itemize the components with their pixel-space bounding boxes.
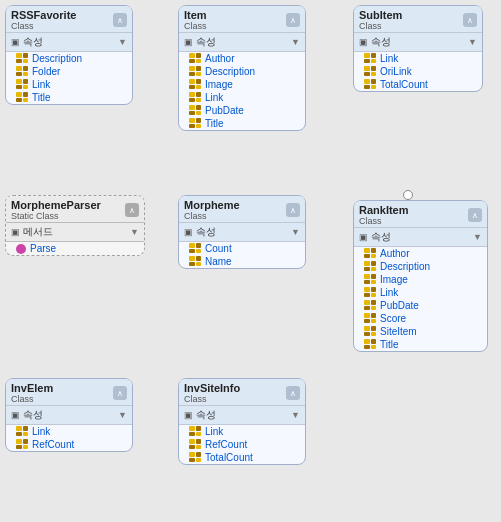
- section-header-invsiteinfo: ▣ 속성 ▼: [179, 406, 305, 425]
- class-header-invelem: InvElem Class ∧: [6, 379, 132, 406]
- section-label-item: 속성: [196, 35, 216, 49]
- prop-rankitem-siteitem: SiteItem: [354, 325, 487, 338]
- class-type-subitem: Class: [359, 21, 402, 31]
- prop-rankitem-title: Title: [354, 338, 487, 351]
- class-title-item: Item: [184, 9, 207, 21]
- section-label-subitem: 속성: [371, 35, 391, 49]
- prop-rssfavorite-folder: Folder: [6, 65, 132, 78]
- class-title-morpheme: Morpheme: [184, 199, 240, 211]
- class-type-rankitem: Class: [359, 216, 409, 226]
- class-title-rankitem: RankItem: [359, 204, 409, 216]
- class-rssfavorite: RSSFavorite Class ∧ ▣ 속성 ▼ Description F…: [5, 5, 133, 105]
- collapse-btn-rankitem[interactable]: ∧: [468, 208, 482, 222]
- diagram-canvas: RSSFavorite Class ∧ ▣ 속성 ▼ Description F…: [0, 0, 501, 522]
- filter-icon-morphemeparser[interactable]: ▼: [130, 227, 139, 237]
- filter-icon-rankitem[interactable]: ▼: [473, 232, 482, 242]
- prop-subitem-link: Link: [354, 52, 482, 65]
- class-rankitem: RankItem Class ∧ ▣ 속성 ▼ Author Descripti…: [353, 200, 488, 352]
- class-item: Item Class ∧ ▣ 속성 ▼ Author Description I…: [178, 5, 306, 131]
- class-type-invelem: Class: [11, 394, 53, 404]
- collapse-btn-morpheme[interactable]: ∧: [286, 203, 300, 217]
- class-header-item: Item Class ∧: [179, 6, 305, 33]
- filter-icon-subitem[interactable]: ▼: [468, 37, 477, 47]
- class-header-morpheme: Morpheme Class ∧: [179, 196, 305, 223]
- prop-subitem-orilink: OriLink: [354, 65, 482, 78]
- section-header-rssfavorite: ▣ 속성 ▼: [6, 33, 132, 52]
- class-header-rankitem: RankItem Class ∧: [354, 201, 487, 228]
- class-title-morphemeparser: MorphemeParser: [11, 199, 101, 211]
- prop-invsiteinfo-link: Link: [179, 425, 305, 438]
- section-header-invelem: ▣ 속성 ▼: [6, 406, 132, 425]
- connector-circle: [403, 190, 413, 200]
- class-header-subitem: SubItem Class ∧: [354, 6, 482, 33]
- class-title-rssfavorite: RSSFavorite: [11, 9, 76, 21]
- prop-rssfavorite-link: Link: [6, 78, 132, 91]
- method-icon-parse: [16, 244, 26, 254]
- section-header-rankitem: ▣ 속성 ▼: [354, 228, 487, 247]
- class-invsiteinfo: InvSiteInfo Class ∧ ▣ 속성 ▼ Link RefCount…: [178, 378, 306, 465]
- prop-item-title: Title: [179, 117, 305, 130]
- collapse-btn-morphemeparser[interactable]: ∧: [125, 203, 139, 217]
- class-header-rssfavorite: RSSFavorite Class ∧: [6, 6, 132, 33]
- prop-rankitem-author: Author: [354, 247, 487, 260]
- prop-rssfavorite-description: Description: [6, 52, 132, 65]
- class-header-morphemeparser: MorphemeParser Static Class ∧: [6, 196, 144, 223]
- section-header-item: ▣ 속성 ▼: [179, 33, 305, 52]
- section-collapse-rssfavorite: ▣: [11, 37, 20, 47]
- prop-item-author: Author: [179, 52, 305, 65]
- filter-icon-item[interactable]: ▼: [291, 37, 300, 47]
- prop-item-pubdate: PubDate: [179, 104, 305, 117]
- class-title-invsiteinfo: InvSiteInfo: [184, 382, 240, 394]
- section-label-morphemeparser: 메서드: [23, 225, 53, 239]
- class-header-invsiteinfo: InvSiteInfo Class ∧: [179, 379, 305, 406]
- section-header-morpheme: ▣ 속성 ▼: [179, 223, 305, 242]
- prop-rssfavorite-title: Title: [6, 91, 132, 104]
- filter-icon-invsiteinfo[interactable]: ▼: [291, 410, 300, 420]
- collapse-btn-item[interactable]: ∧: [286, 13, 300, 27]
- class-morphemeparser: MorphemeParser Static Class ∧ ▣ 메서드 ▼ Pa…: [5, 195, 145, 256]
- collapse-btn-rssfavorite[interactable]: ∧: [113, 13, 127, 27]
- class-title-invelem: InvElem: [11, 382, 53, 394]
- class-type-rssfavorite: Class: [11, 21, 76, 31]
- class-type-invsiteinfo: Class: [184, 394, 240, 404]
- prop-rankitem-image: Image: [354, 273, 487, 286]
- filter-icon-rssfavorite[interactable]: ▼: [118, 37, 127, 47]
- prop-invelem-link: Link: [6, 425, 132, 438]
- class-morpheme: Morpheme Class ∧ ▣ 속성 ▼ Count Name: [178, 195, 306, 269]
- prop-rankitem-link: Link: [354, 286, 487, 299]
- collapse-btn-invsiteinfo[interactable]: ∧: [286, 386, 300, 400]
- filter-icon-morpheme[interactable]: ▼: [291, 227, 300, 237]
- filter-icon-invelem[interactable]: ▼: [118, 410, 127, 420]
- prop-invelem-refcount: RefCount: [6, 438, 132, 451]
- prop-item-description: Description: [179, 65, 305, 78]
- prop-invsiteinfo-refcount: RefCount: [179, 438, 305, 451]
- class-type-morpheme: Class: [184, 211, 240, 221]
- prop-rankitem-score: Score: [354, 312, 487, 325]
- class-invelem: InvElem Class ∧ ▣ 속성 ▼ Link RefCount: [5, 378, 133, 452]
- class-type-morphemeparser: Static Class: [11, 211, 101, 221]
- section-label-invelem: 속성: [23, 408, 43, 422]
- prop-morpheme-name: Name: [179, 255, 305, 268]
- prop-item-link: Link: [179, 91, 305, 104]
- prop-invsiteinfo-totalcount: TotalCount: [179, 451, 305, 464]
- section-header-subitem: ▣ 속성 ▼: [354, 33, 482, 52]
- prop-item-image: Image: [179, 78, 305, 91]
- collapse-btn-invelem[interactable]: ∧: [113, 386, 127, 400]
- class-type-item: Class: [184, 21, 207, 31]
- prop-morpheme-count: Count: [179, 242, 305, 255]
- prop-subitem-totalcount: TotalCount: [354, 78, 482, 91]
- section-header-morphemeparser: ▣ 메서드 ▼: [6, 223, 144, 242]
- collapse-btn-subitem[interactable]: ∧: [463, 13, 477, 27]
- section-label-rankitem: 속성: [371, 230, 391, 244]
- class-subitem: SubItem Class ∧ ▣ 속성 ▼ Link OriLink Tota…: [353, 5, 483, 92]
- class-title-subitem: SubItem: [359, 9, 402, 21]
- prop-rankitem-pubdate: PubDate: [354, 299, 487, 312]
- section-label-invsiteinfo: 속성: [196, 408, 216, 422]
- prop-rankitem-description: Description: [354, 260, 487, 273]
- section-label-morpheme: 속성: [196, 225, 216, 239]
- prop-morphemeparser-parse: Parse: [6, 242, 144, 255]
- section-label-rssfavorite: 속성: [23, 35, 43, 49]
